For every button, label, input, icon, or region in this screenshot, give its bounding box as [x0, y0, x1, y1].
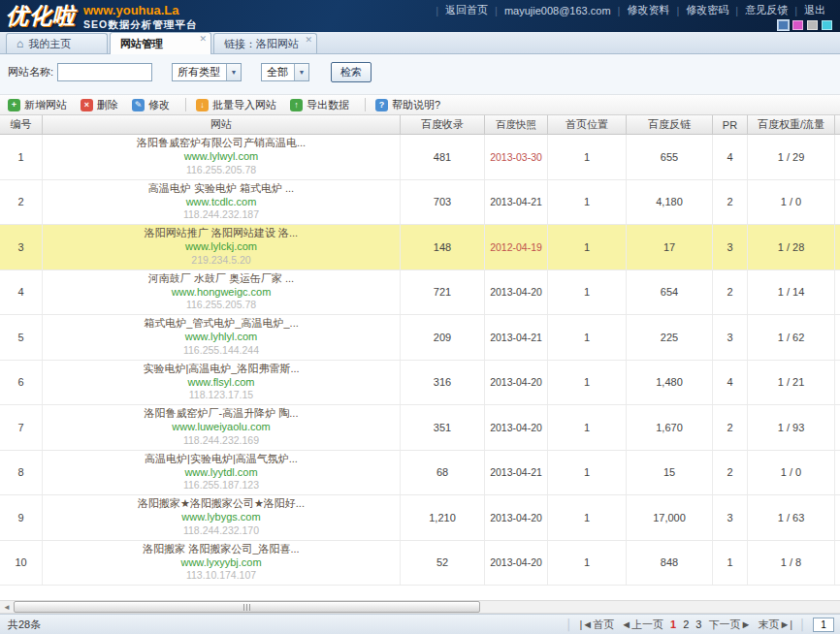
table-row[interactable]: 5箱式电炉_管式电炉_高温电炉_...www.lyhlyl.com116.255…: [0, 315, 840, 361]
site-domain-link[interactable]: www.luweiyaolu.com: [172, 421, 270, 434]
site-title: 洛阳搬家★洛阳搬家公司★洛阳好...: [138, 497, 305, 511]
cell-baidu-backlinks: 15: [627, 451, 713, 495]
cell-row-number: 7: [0, 405, 43, 450]
batch-import-button[interactable]: ↓ 批量导入网站: [196, 98, 276, 112]
cell-baidu-included: 68: [401, 451, 485, 495]
col-header-no[interactable]: 编号: [0, 115, 43, 134]
row-right-gutter: [835, 315, 840, 360]
last-page-button[interactable]: 末页►|: [758, 618, 792, 632]
theme-swatch-gray[interactable]: [807, 20, 818, 30]
scroll-left-arrow-icon[interactable]: ◄: [0, 601, 14, 613]
batch-import-label: 批量导入网站: [212, 98, 276, 112]
page-number-3[interactable]: 3: [695, 618, 701, 630]
cell-homepage-position: 1: [548, 315, 627, 360]
nav-account-email[interactable]: mayujie008@163.com: [504, 5, 611, 16]
help-label: 帮助说明?: [392, 98, 440, 112]
scrollbar-thumb[interactable]: [14, 601, 480, 613]
table-row[interactable]: 2高温电炉 实验电炉 箱式电炉 ...www.tcdlc.com118.244.…: [0, 180, 840, 226]
edit-button[interactable]: ✎ 修改: [132, 98, 170, 112]
page-jump-input[interactable]: [813, 618, 834, 632]
site-domain-link[interactable]: www.flsyl.com: [187, 376, 254, 390]
type-select[interactable]: 所有类型 ▼: [172, 63, 242, 81]
cell-baidu-snapshot: 2013-04-21: [485, 180, 548, 225]
col-header-pr[interactable]: PR: [713, 115, 748, 134]
chevron-down-icon[interactable]: ▼: [294, 64, 308, 80]
cell-row-number: 3: [0, 225, 43, 269]
cell-baidu-backlinks: 848: [627, 541, 713, 586]
col-header-weight[interactable]: 百度权重/流量: [748, 115, 835, 134]
cell-pr: 2: [713, 270, 748, 315]
col-header-snapshot[interactable]: 百度快照: [485, 115, 548, 134]
chevron-down-icon[interactable]: ▼: [226, 64, 241, 80]
nav-logout[interactable]: 退出: [804, 3, 825, 17]
theme-swatch-blue[interactable]: [778, 20, 789, 30]
help-button[interactable]: ? 帮助说明?: [375, 98, 440, 112]
table-row[interactable]: 8高温电炉|实验电炉|高温气氛炉...www.lyytdl.com116.255…: [0, 451, 840, 496]
site-domain-link[interactable]: www.lyxyybj.com: [180, 556, 261, 570]
col-header-included[interactable]: 百度收录: [401, 115, 485, 134]
cell-site: 实验电炉|高温电炉_洛阳弗雷斯...www.flsyl.com118.123.1…: [43, 361, 401, 405]
pager-divider: │: [799, 618, 806, 630]
theme-swatch-magenta[interactable]: [792, 20, 803, 30]
cell-homepage-position: 1: [548, 451, 627, 495]
table-row[interactable]: 1洛阳鲁威窑炉有限公司产销高温电...www.lylwyl.com116.255…: [0, 135, 840, 180]
site-domain-link[interactable]: www.lyhlyl.com: [185, 331, 258, 344]
filter-area: 网站名称: 所有类型 ▼ 全部 ▼ 检索: [0, 54, 840, 94]
table-row[interactable]: 4河南鼓厂 水鼓厂 奥运缶厂家 ...www.hongweigc.com116.…: [0, 270, 840, 316]
cell-baidu-backlinks: 1,480: [627, 361, 713, 405]
status-select[interactable]: 全部 ▼: [261, 63, 309, 81]
site-domain-link[interactable]: www.tcdlc.com: [186, 196, 257, 209]
cell-weight-traffic: 1 / 0: [748, 451, 835, 495]
nav-edit-profile[interactable]: 修改资料: [627, 3, 669, 17]
total-count: 共28条: [8, 618, 41, 632]
site-name-input[interactable]: [57, 63, 152, 81]
first-page-button[interactable]: |◄首页: [579, 618, 614, 632]
prev-page-button[interactable]: ◄上一页: [621, 618, 663, 632]
add-site-button[interactable]: + 新增网站: [8, 98, 67, 112]
page-number-1-current[interactable]: 1: [670, 618, 676, 630]
cell-site: 河南鼓厂 水鼓厂 奥运缶厂家 ...www.hongweigc.com116.2…: [43, 270, 401, 315]
table-row[interactable]: 3洛阳网站推广 洛阳网站建设 洛...www.lylckj.com219.234…: [0, 225, 840, 270]
row-right-gutter: [835, 405, 840, 450]
table-row[interactable]: 6实验电炉|高温电炉_洛阳弗雷斯...www.flsyl.com118.123.…: [0, 361, 840, 406]
close-icon[interactable]: ✕: [305, 35, 312, 45]
tab-site-management[interactable]: 网站管理 ✕: [110, 32, 211, 54]
tab-links-luoyang[interactable]: 链接：洛阳网站 ✕: [213, 33, 317, 53]
page-number-2[interactable]: 2: [683, 618, 689, 630]
col-header-site[interactable]: 网站: [43, 115, 401, 134]
table-row[interactable]: 10洛阳搬家 洛阳搬家公司_洛阳喜...www.lyxyybj.com113.1…: [0, 541, 840, 586]
nav-change-password[interactable]: 修改密码: [686, 3, 728, 17]
cell-pr: 3: [713, 315, 748, 360]
horizontal-scrollbar[interactable]: ◄: [0, 600, 840, 614]
cell-row-number: 1: [0, 135, 43, 179]
table-row[interactable]: 9洛阳搬家★洛阳搬家公司★洛阳好...www.lybygs.com118.244…: [0, 495, 840, 541]
site-title: 高温电炉 实验电炉 箱式电炉 ...: [148, 182, 294, 196]
nav-return-home[interactable]: 返回首页: [445, 3, 488, 17]
cell-weight-traffic: 1 / 93: [748, 405, 835, 450]
next-page-button[interactable]: 下一页►: [708, 618, 751, 632]
cell-row-number: 4: [0, 270, 43, 315]
search-button[interactable]: 检索: [331, 62, 372, 82]
cell-homepage-position: 1: [548, 135, 627, 179]
tab-my-home[interactable]: ⌂ 我的主页: [6, 33, 108, 53]
add-icon: +: [8, 99, 20, 111]
site-domain-link[interactable]: www.lybygs.com: [181, 511, 260, 524]
delete-button[interactable]: × 删除: [81, 98, 118, 112]
site-ip: 118.244.232.170: [183, 524, 259, 537]
col-header-backlinks[interactable]: 百度反链: [627, 115, 713, 134]
site-domain-link[interactable]: www.lylwyl.com: [184, 150, 258, 164]
site-domain-link[interactable]: www.lylckj.com: [185, 240, 257, 254]
cell-baidu-snapshot: 2012-04-19: [485, 225, 548, 269]
site-domain-link[interactable]: www.lyytdl.com: [184, 466, 257, 480]
nav-feedback[interactable]: 意见反馈: [745, 3, 788, 17]
row-right-gutter: [835, 451, 840, 495]
edit-label: 修改: [148, 98, 170, 112]
theme-swatch-cyan[interactable]: [822, 20, 832, 30]
cell-row-number: 10: [0, 541, 43, 586]
export-data-button[interactable]: ↑ 导出数据: [290, 98, 349, 112]
nav-separator: |: [676, 5, 679, 16]
col-header-position[interactable]: 首页位置: [548, 115, 627, 134]
site-domain-link[interactable]: www.hongweigc.com: [172, 286, 272, 300]
table-row[interactable]: 7洛阳鲁威窑炉厂-高温升降炉 陶...www.luweiyaolu.com118…: [0, 405, 840, 451]
close-icon[interactable]: ✕: [199, 34, 207, 44]
